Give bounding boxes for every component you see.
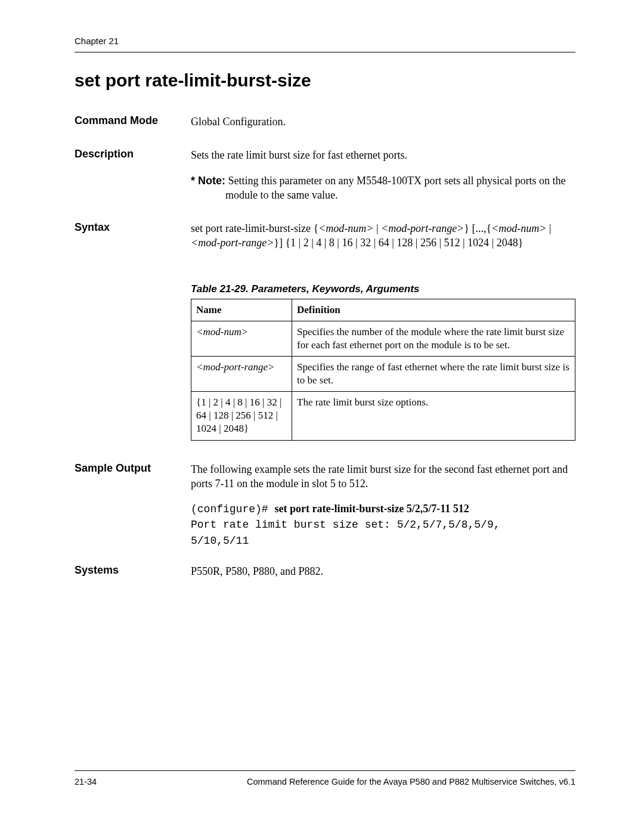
params-table: Name Definition <mod-num> Specifies the … — [191, 299, 575, 441]
row-systems: Systems P550R, P580, P880, and P882. — [75, 564, 575, 578]
td-def: The rate limit burst size options. — [292, 392, 575, 440]
table-row: {1 | 2 | 4 | 8 | 16 | 32 | 64 | 128 | 25… — [191, 392, 575, 440]
syntax-p6: <mod-num> — [491, 222, 546, 234]
sample-prompt: (configure)# — [191, 503, 274, 515]
value-syntax: set port rate-limit-burst-size {<mod-num… — [191, 221, 575, 250]
syntax-p3: | — [373, 222, 381, 234]
label-syntax: Syntax — [75, 221, 191, 234]
table-row: <mod-num> Specifies the number of the mo… — [191, 321, 575, 356]
row-syntax: Syntax set port rate-limit-burst-size {<… — [75, 221, 575, 250]
syntax-p8: <mod-port-range> — [191, 237, 274, 249]
th-name: Name — [191, 299, 292, 321]
syntax-p7: | — [546, 222, 551, 234]
row-command-mode: Command Mode Global Configuration. — [75, 114, 575, 129]
document-page: Chapter 21 set port rate-limit-burst-siz… — [0, 0, 644, 833]
sample-intro: The following example sets the rate limi… — [191, 462, 575, 491]
value-description: Sets the rate limit burst size for fast … — [191, 148, 575, 202]
sample-command: set port rate-limit-burst-size 5/2,5/7-1… — [274, 503, 469, 515]
td-def: Specifies the range of fast ethernet whe… — [292, 357, 575, 392]
syntax-p1: set port rate-limit-burst-size { — [191, 222, 318, 234]
value-systems: P550R, P580, P880, and P882. — [191, 564, 575, 578]
row-sample-output: Sample Output The following example sets… — [75, 462, 575, 549]
sample-output-line2: 5/10,5/11 — [191, 535, 249, 547]
sample-command-block: (configure)# set port rate-limit-burst-s… — [191, 501, 575, 549]
value-sample-output: The following example sets the rate limi… — [191, 462, 575, 549]
th-definition: Definition — [292, 299, 575, 321]
td-name: <mod-num> — [191, 321, 292, 356]
table-row: <mod-port-range> Specifies the range of … — [191, 357, 575, 392]
label-systems: Systems — [75, 564, 191, 577]
note-prefix: * Note: — [191, 175, 225, 187]
page-footer: 21-34 Command Reference Guide for the Av… — [75, 766, 575, 786]
chapter-label: Chapter 21 — [75, 36, 575, 46]
description-note: * Note: Setting this parameter on any M5… — [191, 174, 575, 203]
label-sample-output: Sample Output — [75, 462, 191, 475]
row-description: Description Sets the rate limit burst si… — [75, 148, 575, 202]
table-caption: Table 21-29. Parameters, Keywords, Argum… — [191, 283, 575, 295]
td-name: {1 | 2 | 4 | 8 | 16 | 32 | 64 | 128 | 25… — [191, 392, 292, 440]
syntax-p2: <mod-num> — [318, 222, 373, 234]
footer-rule — [75, 770, 575, 771]
footer-page-number: 21-34 — [75, 777, 97, 786]
label-command-mode: Command Mode — [75, 114, 191, 127]
description-text: Sets the rate limit burst size for fast … — [191, 148, 575, 162]
page-title: set port rate-limit-burst-size — [75, 70, 575, 91]
syntax-p5: } [...,{ — [464, 222, 491, 234]
header-rule — [75, 52, 575, 52]
td-name: <mod-port-range> — [191, 357, 292, 392]
syntax-p9: }] {1 | 2 | 4 | 8 | 16 | 32 | 64 | 128 |… — [274, 237, 523, 249]
table-header-row: Name Definition — [191, 299, 575, 321]
footer-doc-title: Command Reference Guide for the Avaya P5… — [97, 777, 575, 786]
label-description: Description — [75, 148, 191, 160]
note-text: Setting this parameter on any M5548-100T… — [225, 175, 565, 201]
td-def: Specifies the number of the module where… — [292, 321, 575, 356]
sample-output-line1: Port rate limit burst size set: 5/2,5/7,… — [191, 519, 500, 531]
value-command-mode: Global Configuration. — [191, 114, 575, 129]
syntax-p4: <mod-port-range> — [381, 222, 464, 234]
